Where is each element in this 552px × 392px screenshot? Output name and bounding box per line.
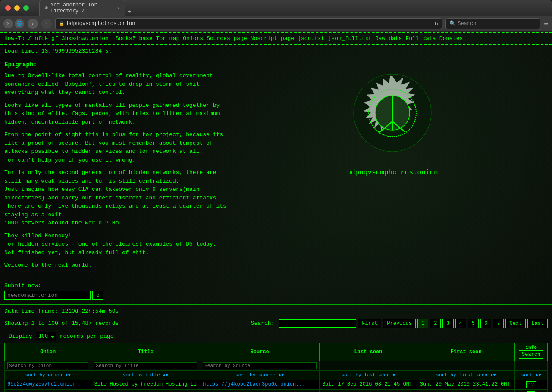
sort-title-link[interactable]: sort by title ▲▼ (123, 373, 169, 378)
search-label-right: Search: (251, 320, 275, 327)
minimize-button[interactable] (14, 5, 20, 11)
toolbar: S 🌐 ‹ › 🔒 bdpuqvsqmphctrcs.onion ↻ 🔍 Sea… (0, 16, 552, 32)
page-3-button[interactable]: 3 (442, 319, 453, 328)
search-icon: 🔍 (449, 20, 456, 27)
nav-tormap[interactable]: Tor map (156, 35, 180, 42)
maximize-button[interactable] (23, 5, 29, 11)
pagination: Search: First Previous 1 2 3 4 5 6 7 Nex… (251, 319, 548, 328)
sort-source-link[interactable]: sort by source ▲▼ (235, 373, 284, 378)
content-area: How-To / nfokjgfj3hxs4nwu.onion Socks5 b… (0, 32, 552, 392)
filter-source-cell (200, 361, 320, 370)
nav-donates[interactable]: Donates (439, 35, 463, 42)
sort-onion-cell: sort by onion ▲▼ (5, 370, 91, 380)
url-bar[interactable]: 🔒 bdpuqvsqmphctrcs.onion ↻ (55, 18, 442, 29)
cell-source: https://j4ko5c2kacr3pu6x.onion... (200, 380, 320, 389)
page-1-button[interactable]: 1 (417, 319, 428, 328)
filter-source-input[interactable] (203, 362, 317, 369)
tor-logo (349, 70, 436, 156)
filter-title-cell (91, 361, 200, 370)
epigraph-title: Epigraph: (4, 61, 229, 68)
right-panel: bdpuqvsqmphctrcs.onion (233, 57, 552, 278)
cell-onion: endforum4gdprarw.onion (5, 389, 91, 392)
submit-section: Submit new: o (0, 278, 552, 304)
sort-row: sort by onion ▲▼ sort by title ▲▼ sort b… (5, 370, 548, 380)
forward-button[interactable]: › (41, 19, 52, 29)
epigraph-p1: Due to Orwell-like total control of real… (4, 72, 229, 97)
nav-noscript[interactable]: Noscript page (251, 35, 294, 42)
cell-title: Forums - Espace Neutre de Deep (91, 389, 200, 392)
nav-json-txt[interactable]: json.txt (298, 35, 324, 42)
col-header-title: Title (91, 343, 200, 361)
table-search-button[interactable]: Search (519, 350, 543, 359)
nav-sources[interactable]: Sources page (207, 35, 247, 42)
page-5-button[interactable]: 5 (468, 319, 479, 328)
data-section: Data time frame: 1210d-22h:54m:50s Showi… (0, 304, 552, 392)
back-button[interactable]: ‹ (28, 19, 38, 29)
extension-icon-1: S (3, 19, 13, 28)
submit-input[interactable] (4, 291, 91, 300)
nav-fulldata[interactable]: Full data (405, 35, 436, 42)
menu-icon[interactable]: ≡ (544, 19, 549, 28)
tab-favicon: ⊕ (45, 5, 48, 11)
records-suffix: records per page (60, 333, 114, 339)
epigraph-p3: From one point of sight this is plus for… (4, 131, 229, 164)
cell-lastseen: Sat, 17 Sep 2016 08:21:45 GMT (320, 380, 417, 389)
cell-firstseen: Sun, 29 May 2016 23:41:22 GMT (417, 380, 515, 389)
sort-info-link[interactable]: sort ▲▼ (521, 373, 541, 378)
page-6-button[interactable]: 6 (480, 319, 491, 328)
col-header-info: infoSearch (515, 343, 548, 361)
titlebar: ⊕ Yet another Tor Directory / ... ✕ + (0, 0, 552, 16)
tab-close-icon[interactable]: ✕ (117, 5, 120, 11)
display-label: Display (9, 333, 32, 339)
cell-info: 1 (515, 389, 548, 392)
data-table: Onion Title Source Last seen First seen … (4, 343, 548, 392)
load-time: Load time: 13.799999952316284 s. (0, 45, 552, 57)
showing-records: Showing 1 to 100 of 15,487 records (4, 320, 119, 327)
next-button[interactable]: Next (505, 319, 526, 328)
nav-rawdata[interactable]: Raw data (375, 35, 402, 42)
browser-tab[interactable]: ⊕ Yet another Tor Directory / ... ✕ (39, 0, 125, 16)
filter-firstseen-cell (417, 361, 515, 370)
sort-source-cell: sort by source ▲▼ (200, 370, 320, 380)
nav-socks5[interactable]: Socks5 base (116, 35, 153, 42)
cell-title: Site Hosted by Freedom Hosting II (91, 380, 200, 389)
filter-onion-input[interactable] (7, 362, 88, 369)
epigraph-p6: Welcome to the real world. (4, 261, 229, 270)
epigraph-p2: Looks like all types of mentally ill peo… (4, 101, 229, 127)
col-header-onion: Onion (5, 343, 91, 361)
page-7-button[interactable]: 7 (493, 319, 504, 328)
filter-lastseen-cell (320, 361, 417, 370)
sort-lastseen-cell: sort by last seen ▼ (320, 370, 417, 380)
howto-link[interactable]: How-To / nfokjgfj3hxs4nwu.onion (4, 35, 109, 42)
browser-search-bar[interactable]: 🔍 Search (445, 18, 540, 29)
last-button[interactable]: Last (527, 319, 548, 328)
mac-window: ⊕ Yet another Tor Directory / ... ✕ + S … (0, 0, 552, 32)
data-timeframe: Data time frame: 1210d-22h:54m:50s (4, 308, 548, 314)
col-header-firstseen: First seen (417, 343, 515, 361)
reload-button[interactable]: ↻ (435, 20, 438, 27)
submit-button[interactable]: o (92, 291, 104, 300)
page-2-button[interactable]: 2 (430, 319, 441, 328)
new-tab-button[interactable]: + (127, 8, 132, 16)
logo-container (349, 70, 436, 156)
filter-title-input[interactable] (94, 362, 197, 369)
sort-onion-link[interactable]: sort by onion ▲▼ (25, 373, 71, 378)
first-button[interactable]: First (358, 319, 381, 328)
previous-button[interactable]: Previous (383, 319, 416, 328)
close-button[interactable] (5, 5, 11, 11)
sort-firstseen-cell: sort by first seen ▲▼ (417, 370, 515, 380)
epigraph-p4: Tor is only the second generation of hid… (4, 168, 229, 227)
cell-info: 12 (515, 380, 548, 389)
onion-link[interactable]: 65c2z4uwyz5wwhe2.onion (7, 381, 75, 387)
cell-source: http://ffzone4ry6efpqj3.onion (200, 389, 320, 392)
source-link[interactable]: https://j4ko5c2kacr3pu6x.onion... (203, 381, 305, 387)
filter-row (5, 361, 548, 370)
nav-onions[interactable]: Onions (183, 35, 203, 42)
sort-firstseen-link[interactable]: sort by first seen ▲▼ (436, 373, 496, 378)
search-input-main[interactable] (279, 319, 356, 328)
records-per-page-select[interactable]: 100 50 25 200 (36, 332, 56, 341)
sort-lastseen-link[interactable]: sort by last seen ▼ (341, 373, 395, 378)
nav-json-full[interactable]: json_full.txt (328, 35, 372, 42)
page-4-button[interactable]: 4 (455, 319, 466, 328)
extension-icons: S 🌐 (3, 19, 24, 28)
